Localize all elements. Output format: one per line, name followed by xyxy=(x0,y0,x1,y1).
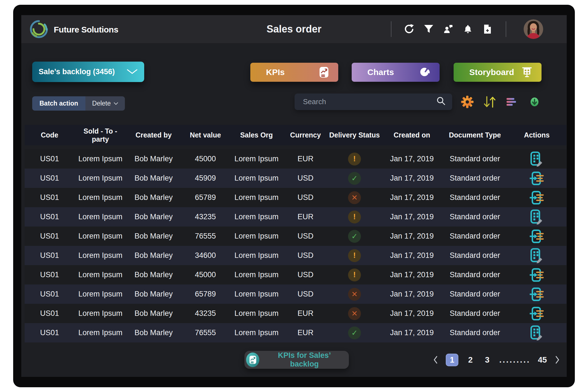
table-row[interactable]: US01 Lorem Ipsum Bob Marley 45000 Lorem … xyxy=(25,265,566,284)
settings-gear-icon[interactable] xyxy=(460,94,475,110)
page-number[interactable]: 1 xyxy=(446,354,458,366)
export-order-icon[interactable] xyxy=(529,286,544,302)
search-box[interactable] xyxy=(295,94,452,110)
edit-order-icon[interactable] xyxy=(529,248,544,263)
cell-net-value: 76555 xyxy=(181,328,230,337)
column-header[interactable]: Sold - To - party xyxy=(74,127,126,143)
sort-updown-icon[interactable] xyxy=(482,94,497,110)
kpis-backlog-button[interactable]: KPIs for Sales’ backlog xyxy=(244,351,349,369)
topbar-actions xyxy=(391,15,567,43)
column-header[interactable]: Actions xyxy=(507,131,566,139)
cell-document-type: Standard order xyxy=(443,213,507,221)
table-row[interactable]: US01 Lorem Ipsum Bob Marley 65789 Lorem … xyxy=(25,188,566,207)
cell-delivery-status xyxy=(328,288,381,301)
search-input[interactable] xyxy=(303,97,435,106)
cell-code: US01 xyxy=(25,270,74,279)
column-header[interactable]: Net value xyxy=(181,131,230,139)
table-row[interactable]: US01 Lorem Ipsum Bob Marley 34600 Lorem … xyxy=(25,246,566,265)
cell-delivery-status xyxy=(328,307,381,320)
edit-order-icon[interactable] xyxy=(529,325,544,341)
column-header[interactable]: Document Type xyxy=(443,131,507,139)
divider xyxy=(506,21,506,37)
tab-kpis[interactable]: KPIs xyxy=(250,63,338,82)
table-row[interactable]: US01 Lorem Ipsum Bob Marley 45000 Lorem … xyxy=(25,149,566,169)
column-header[interactable]: Currency xyxy=(283,131,328,139)
refresh-icon[interactable] xyxy=(399,19,419,39)
table-row[interactable]: US01 Lorem Ipsum Bob Marley 43235 Lorem … xyxy=(25,207,566,227)
export-order-icon[interactable] xyxy=(529,171,544,186)
delivery-status-icon xyxy=(348,211,361,223)
tab-storyboard[interactable]: Storyboard xyxy=(454,63,542,82)
cell-net-value: 45000 xyxy=(181,270,230,279)
divider xyxy=(391,21,391,37)
page-number[interactable]: ......... xyxy=(499,355,530,365)
table-body: US01 Lorem Ipsum Bob Marley 45000 Lorem … xyxy=(25,149,566,342)
tab-label: KPIs xyxy=(266,67,285,77)
table-row[interactable]: US01 Lorem Ipsum Bob Marley 65789 Lorem … xyxy=(25,284,566,304)
cell-created-by: Bob Marley xyxy=(126,213,181,221)
export-order-icon[interactable] xyxy=(529,306,544,321)
cell-net-value: 65789 xyxy=(181,290,230,298)
page-number[interactable]: 2 xyxy=(466,355,475,365)
orders-table: CodeSold - To - partyCreated byNet value… xyxy=(25,125,566,342)
delete-dropdown[interactable]: Delete xyxy=(85,96,125,111)
cell-delivery-status xyxy=(328,191,381,204)
cell-sales-org: Lorem Ipsum xyxy=(230,290,283,298)
cell-actions xyxy=(507,209,566,225)
cell-created-on: Jan 17, 2019 xyxy=(381,290,443,298)
cell-net-value: 43235 xyxy=(181,213,230,221)
cell-code: US01 xyxy=(25,213,74,221)
cell-currency: USD xyxy=(283,232,328,241)
batch-action-button[interactable]: Batch action xyxy=(32,96,85,111)
cell-sold-to-party: Lorem Ipsum xyxy=(74,328,126,337)
cell-currency: USD xyxy=(283,270,328,279)
delivery-status-icon xyxy=(348,307,361,320)
prev-page-icon[interactable] xyxy=(433,356,438,364)
cell-actions xyxy=(507,171,566,186)
cell-sold-to-party: Lorem Ipsum xyxy=(74,213,126,221)
backlog-dropdown[interactable]: Sale’s backlog (3456) xyxy=(32,62,144,82)
column-header[interactable]: Delivery Status xyxy=(328,131,381,139)
page-number[interactable]: 3 xyxy=(482,355,492,365)
table-row[interactable]: US01 Lorem Ipsum Bob Marley 43235 Lorem … xyxy=(25,304,566,323)
edit-order-icon[interactable] xyxy=(529,151,544,167)
edit-order-icon[interactable] xyxy=(529,209,544,225)
batch-action-group: Batch action Delete xyxy=(32,96,125,111)
cell-code: US01 xyxy=(25,193,74,202)
cell-created-by: Bob Marley xyxy=(126,155,181,163)
export-order-icon[interactable] xyxy=(529,190,544,206)
avatar[interactable] xyxy=(524,19,543,39)
filter-icon[interactable] xyxy=(419,19,438,39)
download-icon[interactable] xyxy=(527,94,542,110)
export-order-icon[interactable] xyxy=(529,228,544,244)
cell-currency: USD xyxy=(283,174,328,183)
cell-sales-org: Lorem Ipsum xyxy=(230,232,283,241)
column-header[interactable]: Created on xyxy=(381,131,443,139)
export-order-icon[interactable] xyxy=(529,267,544,283)
cell-created-by: Bob Marley xyxy=(126,232,181,241)
tab-charts[interactable]: Charts xyxy=(352,63,440,82)
cell-actions xyxy=(507,228,566,244)
next-page-icon[interactable] xyxy=(554,356,560,364)
cell-currency: USD xyxy=(283,193,328,202)
notifications-icon[interactable] xyxy=(458,19,478,39)
topbar: Future Solutions Sales order xyxy=(21,15,567,43)
column-header[interactable]: Code xyxy=(25,131,74,139)
cell-sales-org: Lorem Ipsum xyxy=(230,213,283,221)
table-row[interactable]: US01 Lorem Ipsum Bob Marley 76555 Lorem … xyxy=(25,227,566,246)
user-chat-icon[interactable] xyxy=(438,19,458,39)
filter-bars-icon[interactable] xyxy=(505,94,520,110)
search-icon[interactable] xyxy=(435,96,447,108)
cell-created-by: Bob Marley xyxy=(126,328,181,337)
cell-actions xyxy=(507,325,566,341)
kpi-chart-icon xyxy=(319,66,329,78)
cell-net-value: 34600 xyxy=(181,251,230,260)
table-row[interactable]: US01 Lorem Ipsum Bob Marley 76555 Lorem … xyxy=(25,323,566,342)
cell-currency: EUR xyxy=(283,155,328,163)
table-row[interactable]: US01 Lorem Ipsum Bob Marley 45909 Lorem … xyxy=(25,169,566,188)
cell-net-value: 65789 xyxy=(181,193,230,202)
column-header[interactable]: Created by xyxy=(126,131,181,139)
add-document-icon[interactable] xyxy=(478,19,497,39)
column-header[interactable]: Sales Org xyxy=(230,131,283,139)
page-number[interactable]: 45 xyxy=(538,355,547,365)
